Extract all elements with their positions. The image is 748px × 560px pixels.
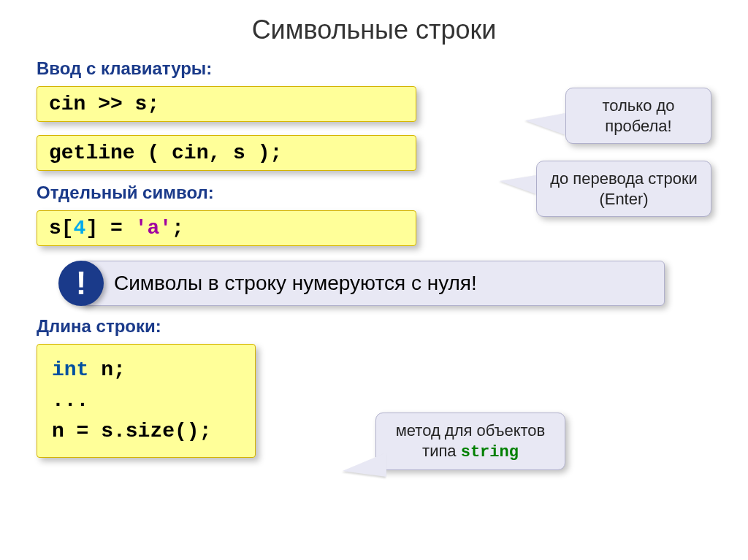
- section-keyboard-input: Ввод с клавиатуры:: [37, 58, 711, 79]
- callout-tail-icon: [343, 453, 386, 477]
- code-text: n;: [88, 358, 125, 381]
- code-string-literal: 'a': [135, 217, 172, 239]
- code-indexing: s[4] = 'a';: [37, 210, 416, 246]
- code-text: ...: [52, 389, 88, 412]
- info-note-text: Символы в строку нумеруются с нуля!: [80, 261, 665, 306]
- callout-type-name: string: [461, 443, 519, 461]
- code-keyword: int: [52, 358, 88, 381]
- code-text: s[: [49, 217, 74, 239]
- code-getline: getline ( cin, s );: [37, 135, 416, 171]
- callout-space: только до пробела!: [565, 88, 711, 144]
- callout-tail-icon: [525, 113, 565, 135]
- code-text: ;: [172, 217, 184, 239]
- code-text: n = s.size();: [52, 420, 211, 442]
- page-title: Символьные строки: [37, 15, 711, 45]
- callout-method: метод для объектов типа string: [375, 413, 565, 470]
- code-text: ] =: [85, 217, 134, 239]
- info-note: ! Символы в строку нумеруются с нуля!: [80, 261, 665, 306]
- callout-newline: до перевода строки (Enter): [536, 161, 711, 217]
- section-string-length: Длина строки:: [37, 316, 711, 337]
- exclamation-icon: !: [58, 261, 104, 306]
- callout-tail-icon: [500, 175, 536, 194]
- code-cin: cin >> s;: [37, 86, 416, 122]
- code-size: int n; ... n = s.size();: [37, 344, 256, 458]
- code-number-literal: 4: [74, 217, 86, 239]
